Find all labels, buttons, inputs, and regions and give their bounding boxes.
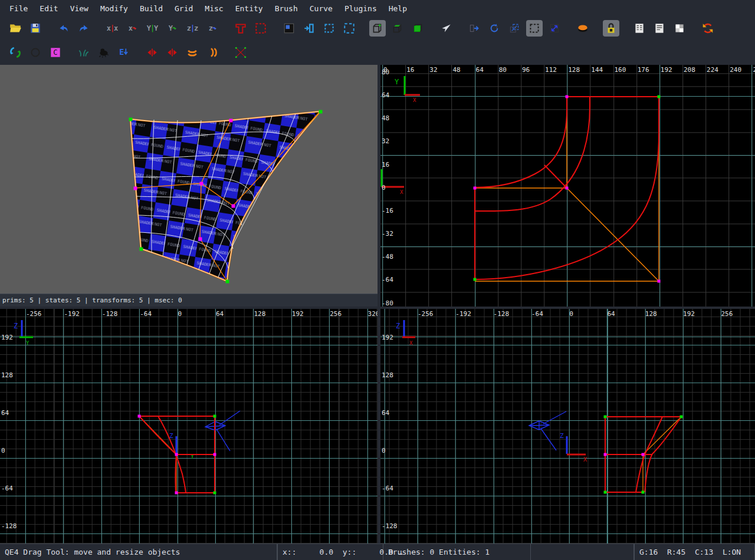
menu-edit[interactable]: Edit bbox=[34, 2, 64, 15]
vertex-handle[interactable] bbox=[175, 453, 178, 456]
menu-view[interactable]: View bbox=[64, 2, 94, 15]
vertex-handle[interactable] bbox=[566, 95, 569, 98]
menu-entity[interactable]: Entity bbox=[229, 2, 269, 15]
console-button[interactable] bbox=[651, 20, 668, 37]
texture-view-button[interactable] bbox=[281, 20, 297, 37]
menu-file[interactable]: File bbox=[4, 2, 34, 15]
camera-icon[interactable] bbox=[205, 411, 240, 451]
vertex-handle[interactable] bbox=[232, 205, 235, 208]
xy-viewport[interactable]: X Y X bbox=[380, 65, 755, 307]
patch-boundary[interactable] bbox=[130, 111, 320, 281]
menu-help[interactable]: Help bbox=[383, 2, 413, 15]
vertex-handle[interactable] bbox=[604, 491, 607, 494]
axis-h-label: Y bbox=[26, 340, 29, 346]
vertex-handle[interactable] bbox=[226, 280, 229, 284]
translate-mode-button[interactable] bbox=[466, 20, 482, 37]
yz-scene[interactable]: Z Y Z Y bbox=[0, 309, 378, 543]
vertex-handle[interactable] bbox=[604, 416, 607, 419]
camera-icon[interactable] bbox=[529, 411, 566, 450]
flip-x-button[interactable]: x|x bbox=[104, 20, 120, 37]
monster-tool-button[interactable] bbox=[96, 44, 112, 61]
select-partial-button[interactable] bbox=[341, 20, 357, 37]
patch-bend-button[interactable] bbox=[184, 44, 201, 61]
vertex-handle[interactable] bbox=[566, 187, 569, 190]
flip-y-button[interactable]: Y|Y bbox=[144, 20, 160, 37]
xz-viewport[interactable]: Z X Z X bbox=[380, 309, 755, 543]
undo-button[interactable] bbox=[55, 20, 72, 37]
ruler-label: 0 bbox=[382, 447, 386, 454]
camera-scene[interactable]: SHADER NOT FOUND SHADER bbox=[0, 65, 378, 294]
vertex-handle[interactable] bbox=[199, 238, 202, 241]
patch-disc-button[interactable] bbox=[575, 20, 591, 37]
scale-mode-button[interactable] bbox=[506, 20, 523, 37]
vertex-handle[interactable] bbox=[658, 280, 661, 283]
vertex-handle[interactable] bbox=[474, 187, 477, 190]
vertex-handle[interactable] bbox=[129, 118, 133, 121]
clip-disable-button[interactable] bbox=[232, 44, 249, 61]
patch-thicken-button[interactable] bbox=[204, 44, 221, 61]
texture-lock-button[interactable] bbox=[603, 20, 619, 37]
select-inside-button[interactable] bbox=[321, 20, 337, 37]
vertex-handle[interactable] bbox=[319, 110, 323, 114]
ruler-label: 128 bbox=[1, 371, 13, 379]
entity-tool-button[interactable]: E bbox=[116, 44, 132, 61]
circle-mode-button[interactable] bbox=[27, 44, 44, 61]
rotate-y-button[interactable]: Y↷ bbox=[164, 20, 180, 37]
menu-grid[interactable]: Grid bbox=[169, 2, 199, 15]
select-complete-tall-button[interactable] bbox=[232, 20, 249, 37]
origin-x-label: X bbox=[583, 456, 587, 463]
xy-scene[interactable]: X Y X bbox=[380, 65, 755, 307]
vertex-handle[interactable] bbox=[138, 415, 141, 418]
vertex-handle[interactable] bbox=[229, 119, 233, 123]
menu-brush[interactable]: Brush bbox=[269, 2, 304, 15]
yz-viewport[interactable]: Z Y Z Y bbox=[0, 309, 378, 543]
weld-outward-button[interactable] bbox=[164, 44, 180, 61]
vertex-handle[interactable] bbox=[642, 491, 645, 494]
rotate-z-button[interactable]: z↷ bbox=[204, 20, 221, 37]
weld-inward-button[interactable] bbox=[144, 44, 160, 61]
entity-list-button[interactable] bbox=[631, 20, 648, 37]
vertex-handle[interactable] bbox=[214, 453, 216, 456]
vertex-handle[interactable] bbox=[604, 453, 607, 456]
cube-solid-button[interactable] bbox=[409, 20, 426, 37]
xz-scene[interactable]: Z X Z X bbox=[380, 309, 755, 543]
texture-browser-button[interactable] bbox=[671, 20, 688, 37]
drag-mode-button[interactable] bbox=[526, 20, 543, 37]
free-pointer-button[interactable] bbox=[438, 20, 454, 37]
vertex-handle[interactable] bbox=[658, 95, 661, 98]
save-button[interactable] bbox=[27, 20, 44, 37]
vertex-handle[interactable] bbox=[134, 187, 137, 190]
vertex-handle[interactable] bbox=[214, 415, 216, 418]
menu-plugins[interactable]: Plugins bbox=[339, 2, 383, 15]
menu-modify[interactable]: Modify bbox=[94, 2, 134, 15]
rotate-mode-button[interactable] bbox=[486, 20, 503, 37]
ruler-label: 64 bbox=[216, 310, 224, 318]
refresh-models-button[interactable] bbox=[700, 20, 716, 37]
origin-axes: Z X bbox=[560, 432, 587, 463]
rotate-x-button[interactable]: x↷ bbox=[124, 20, 140, 37]
flip-z-button[interactable]: z|z bbox=[184, 20, 201, 37]
vertex-handle[interactable] bbox=[680, 416, 683, 419]
camera-viewport[interactable]: SHADER NOT FOUND SHADER bbox=[0, 65, 378, 307]
vertex-handle[interactable] bbox=[175, 492, 178, 495]
foliage-tool-button[interactable] bbox=[76, 44, 92, 61]
vertex-handle[interactable] bbox=[140, 248, 143, 251]
cubic-clip-button[interactable] bbox=[369, 20, 386, 37]
menu-build[interactable]: Build bbox=[134, 2, 169, 15]
ruler-label: -16 bbox=[382, 207, 393, 215]
menu-misc[interactable]: Misc bbox=[199, 2, 229, 15]
redo-button[interactable] bbox=[76, 20, 92, 37]
cycle-layout-button[interactable] bbox=[7, 44, 24, 61]
texture-swap-button[interactable] bbox=[301, 20, 317, 37]
open-button[interactable] bbox=[7, 20, 24, 37]
vertex-handle[interactable] bbox=[200, 182, 203, 186]
cap-patch-button[interactable]: C bbox=[47, 44, 64, 61]
vertex-handle[interactable] bbox=[474, 278, 477, 281]
vertex-handle[interactable] bbox=[642, 453, 645, 456]
vertex-handle[interactable] bbox=[214, 492, 216, 495]
patch-surface[interactable] bbox=[130, 111, 320, 281]
cube-top-button[interactable] bbox=[389, 20, 406, 37]
menu-curve[interactable]: Curve bbox=[304, 2, 339, 15]
select-touching-button[interactable] bbox=[252, 20, 269, 37]
resize-mode-button[interactable] bbox=[546, 20, 563, 37]
